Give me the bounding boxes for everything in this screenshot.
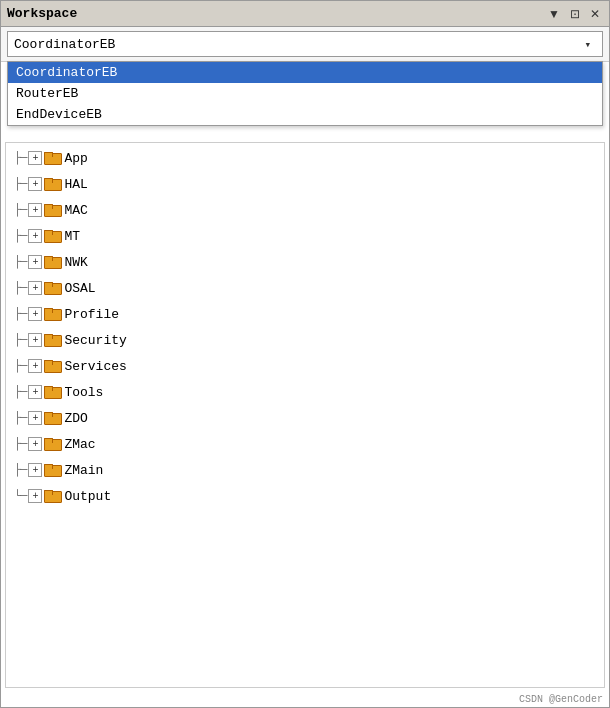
dropdown-option-routereb[interactable]: RouterEB [8,83,602,104]
dropdown-open-list: CoordinatorEB RouterEB EndDeviceEB [7,61,603,126]
folder-icon [44,256,60,269]
dropdown-selected-value: CoordinatorEB [14,37,115,52]
tree-connector-icon: ├─ [14,281,26,295]
close-btn[interactable]: ✕ [587,7,603,21]
tree-item-label: ZMac [64,437,95,452]
tree-item-osal[interactable]: ├─+OSAL [6,275,604,301]
tree-item-label: ZMain [64,463,103,478]
tree-item-app[interactable]: ├─+App [6,145,604,171]
tree-item-label: MAC [64,203,87,218]
folder-icon [44,308,60,321]
title-bar-buttons: ▼ ⊡ ✕ [545,7,603,21]
folder-icon [44,178,60,191]
folder-icon [44,230,60,243]
watermark: CSDN @GenCoder [1,692,609,707]
dropdown-wrapper: CoordinatorEB ▾ [7,31,603,57]
tree-expander-icon[interactable]: + [28,385,42,399]
dropdown-area: CoordinatorEB ▾ CoordinatorEB RouterEB E… [1,27,609,62]
tree-expander-icon[interactable]: + [28,463,42,477]
tree-item-label: OSAL [64,281,95,296]
title-bar: Workspace ▼ ⊡ ✕ [1,1,609,27]
tree-expander-icon[interactable]: + [28,281,42,295]
tree-item-label: App [64,151,87,166]
folder-icon [44,490,60,503]
pin-btn[interactable]: ⊡ [567,7,583,21]
tree-item-zmain[interactable]: ├─+ZMain [6,457,604,483]
tree-item-label: HAL [64,177,87,192]
tree-item-label: MT [64,229,80,244]
tree-expander-icon[interactable]: + [28,333,42,347]
tree-item-label: Output [64,489,111,504]
tree-item-services[interactable]: ├─+Services [6,353,604,379]
folder-icon [44,334,60,347]
tree-connector-icon: ├─ [14,333,26,347]
tree-expander-icon[interactable]: + [28,307,42,321]
tree-expander-icon[interactable]: + [28,177,42,191]
folder-icon [44,464,60,477]
tree-expander-icon[interactable]: + [28,229,42,243]
workspace-window: Workspace ▼ ⊡ ✕ CoordinatorEB ▾ Coordina… [0,0,610,708]
tree-connector-icon: ├─ [14,255,26,269]
tree-connector-icon: ├─ [14,229,26,243]
tree-item-zdo[interactable]: ├─+ZDO [6,405,604,431]
tree-item-label: Security [64,333,126,348]
tree-item-label: NWK [64,255,87,270]
folder-icon [44,152,60,165]
dropdown-arrow-btn[interactable]: ▼ [545,7,563,21]
folder-icon [44,438,60,451]
folder-icon [44,412,60,425]
tree-connector-icon: ├─ [14,177,26,191]
dropdown-option-enddeviceeb[interactable]: EndDeviceEB [8,104,602,125]
tree-connector-icon: ├─ [14,359,26,373]
tree-item-zmac[interactable]: ├─+ZMac [6,431,604,457]
tree-item-label: ZDO [64,411,87,426]
tree-item-mac[interactable]: ├─+MAC [6,197,604,223]
tree-item-nwk[interactable]: ├─+NWK [6,249,604,275]
tree-connector-icon: ├─ [14,437,26,451]
tree-item-tools[interactable]: ├─+Tools [6,379,604,405]
folder-icon [44,282,60,295]
dropdown-option-coordinatoreb[interactable]: CoordinatorEB [8,62,602,83]
folder-icon [44,360,60,373]
tree-item-label: Profile [64,307,119,322]
tree-item-security[interactable]: ├─+Security [6,327,604,353]
tree-expander-icon[interactable]: + [28,437,42,451]
tree-item-hal[interactable]: ├─+HAL [6,171,604,197]
dropdown-chevron-icon: ▾ [584,38,591,51]
tree-expander-icon[interactable]: + [28,255,42,269]
tree-expander-icon[interactable]: + [28,411,42,425]
tree-expander-icon[interactable]: + [28,151,42,165]
tree-item-label: Tools [64,385,103,400]
tree-item-profile[interactable]: ├─+Profile [6,301,604,327]
tree-expander-icon[interactable]: + [28,489,42,503]
tree-expander-icon[interactable]: + [28,203,42,217]
tree-connector-icon: ├─ [14,151,26,165]
tree-connector-icon: ├─ [14,385,26,399]
folder-icon [44,204,60,217]
tree-item-label: Services [64,359,126,374]
tree-connector-icon: ├─ [14,203,26,217]
tree-connector-icon: ├─ [14,463,26,477]
tree-connector-icon: └─ [14,489,26,503]
tree-item-output[interactable]: └─+Output [6,483,604,509]
tree-connector-icon: ├─ [14,307,26,321]
window-title: Workspace [7,6,77,21]
file-tree: ├─+App├─+HAL├─+MAC├─+MT├─+NWK├─+OSAL├─+P… [5,142,605,688]
tree-expander-icon[interactable]: + [28,359,42,373]
tree-connector-icon: ├─ [14,411,26,425]
folder-icon [44,386,60,399]
tree-item-mt[interactable]: ├─+MT [6,223,604,249]
coordinator-dropdown[interactable]: CoordinatorEB ▾ [7,31,603,57]
